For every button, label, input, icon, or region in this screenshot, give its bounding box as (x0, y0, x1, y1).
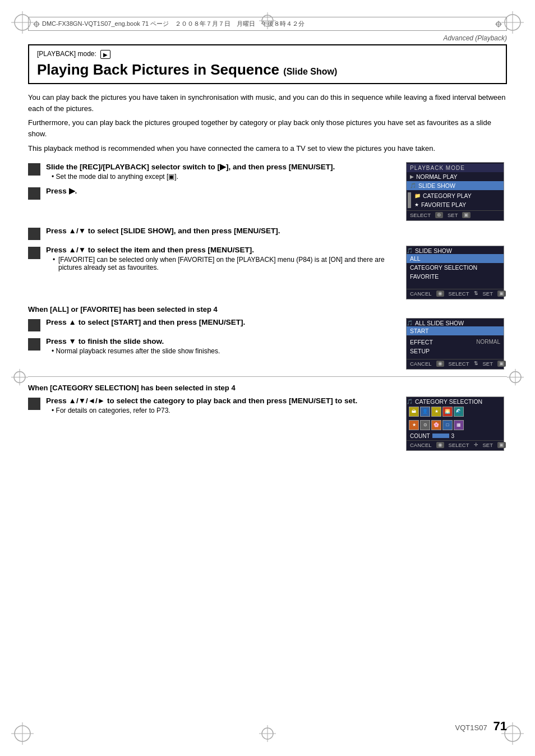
section-all-fav-heading: When [ALL] or [FAVORITE] has been select… (28, 305, 507, 314)
cat-icon-8: 🌸 (431, 420, 441, 430)
slide-show-menu-title: 🎵 SLIDE SHOW (407, 247, 504, 254)
menu-spacer (407, 281, 504, 289)
step-4-notes: [FAVORITE] can be selected only when [FA… (53, 256, 399, 271)
divider (28, 376, 507, 377)
page-outer: DMC-FX38GN-VQT1S07_eng.book 71 ページ ２００８年… (0, 0, 535, 756)
set-key3: ▣ (497, 361, 506, 367)
all-ss-bottom: CANCEL ◉ SELECT ⇅ SET ▣ (407, 359, 504, 368)
menu-category-item: CATEGORY SELECTION (407, 263, 504, 272)
step-start-main: Press ▲ to select [START] and then press… (28, 318, 399, 370)
page-number: 71 (494, 719, 507, 733)
ss-icon: 🎵 (407, 248, 413, 253)
section-cat-heading: When [CATEGORY SELECTION] has been selec… (28, 384, 507, 392)
menu-favorite-play: ★ FAVORITE PLAY (411, 200, 502, 209)
top-center-cross (259, 12, 276, 31)
cat-icon-4: 🌅 (442, 407, 453, 417)
count-bar (432, 434, 449, 438)
bottom-center-cross (259, 725, 276, 744)
arrow-updown: ⇅ (474, 291, 478, 297)
menu-favorite-item: FAVORITE (407, 272, 504, 281)
cat-bottom: CANCEL ◉ SELECT ✛ SET ▣ (407, 440, 504, 449)
step-1-icon (28, 163, 40, 176)
side-menu-items: 📁 CATEGORY PLAY ★ FAVORITE PLAY (411, 191, 502, 209)
title-box: [PLAYBACK] mode: ▶ Playing Back Pictures… (28, 44, 507, 84)
arrow-4way: ✛ (474, 442, 478, 448)
menu-category-screen: 🎵 CATEGORY SELECTION 🏔 👤 ★ 🌅 🌊 ★ ⊙ 🌸 (406, 397, 504, 451)
intro-text: You can play back the pictures you have … (28, 92, 507, 154)
step-cat-icon (28, 398, 40, 410)
playback-mode-icon: ▶ (100, 50, 110, 59)
cat-menu-icon: 🎵 (407, 399, 413, 404)
step-2-content: Press ▶. (46, 186, 399, 197)
cancel-key2: ◉ (436, 361, 444, 367)
step-start-block: Press ▲ to select [START] and then press… (28, 318, 507, 370)
step-start-content: Press ▲ to select [START] and then press… (46, 318, 399, 328)
step-4-inner: Press ▲/▼ to select the item and then pr… (28, 246, 399, 273)
cat-icon-3: ★ (431, 407, 441, 417)
step-1-main: Slide the [REC]/[PLAYBACK] selector swit… (28, 162, 399, 221)
menu-normal-play: ▶ NORMAL PLAY (407, 172, 504, 181)
content-area: DMC-FX38GN-VQT1S07_eng.book 71 ページ ２００８年… (28, 17, 507, 451)
arrow-updown2: ⇅ (474, 361, 478, 367)
page-title: Playing Back Pictures in Sequence (Slide… (37, 61, 498, 79)
menu-category-img: 🎵 CATEGORY SELECTION 🏔 👤 ★ 🌅 🌊 ★ ⊙ 🌸 (406, 397, 507, 451)
crosshair-small-icon (33, 21, 40, 27)
step-finish-content: Press ▼ to finish the slide show. Normal… (46, 337, 399, 355)
menu-playback-bottom: SELECT ⊕ SET ▣ (407, 210, 504, 219)
favorite-play-icon: ★ (414, 202, 419, 208)
step-finish-block: Press ▼ to finish the slide show. Normal… (28, 337, 399, 355)
step-start-icon (28, 319, 40, 331)
set-key4: ▣ (497, 442, 506, 448)
step-finish-icon (28, 338, 40, 351)
cat-menu-title: 🎵 CATEGORY SELECTION (407, 398, 504, 405)
set-key: ▣ (462, 212, 471, 218)
count-row: COUNT 3 (407, 432, 504, 440)
menu-all-item: ALL (407, 254, 504, 263)
cat-icon-7: ⊙ (420, 420, 430, 430)
cat-icon-1: 🏔 (409, 407, 419, 417)
step-cat-block: Press ▲/▼/◄/► to select the category to … (28, 397, 507, 451)
step-3-block: Press ▲/▼ to select [SLIDE SHOW], and th… (28, 227, 507, 240)
page-footer: VQT1S07 71 (455, 719, 507, 734)
step-1-content: Slide the [REC]/[PLAYBACK] selector swit… (46, 162, 399, 181)
set-key2: ▣ (497, 291, 506, 297)
setup-item: SETUP (407, 347, 504, 356)
mid-cross-right (507, 369, 524, 388)
all-ss-icon: 🎵 (407, 320, 413, 326)
menu-slide-show: 🎵 SLIDE SHOW ALL CATEGORY SELECTION FAVO… (406, 246, 504, 299)
slide-show-icon: 🎵 (410, 183, 416, 188)
step-4-content: Press ▲/▼ to select the item and then pr… (46, 246, 399, 273)
step-2-icon (28, 187, 40, 200)
category-play-icon: 📁 (414, 193, 421, 199)
category-icons-row1: 🏔 👤 ★ 🌅 🌊 (407, 405, 504, 418)
menu-category-play: 📁 CATEGORY PLAY (411, 191, 502, 200)
mode-line: [PLAYBACK] mode: ▶ (37, 50, 498, 59)
menu-slide-show-img: 🎵 SLIDE SHOW ALL CATEGORY SELECTION FAVO… (406, 246, 507, 299)
mid-cross-left (11, 369, 28, 388)
menu-all-slide-show: 🎵 ALL SLIDE SHOW START EFFECT NORMAL SET… (406, 318, 504, 370)
step-cat-main: Press ▲/▼/◄/► to select the category to … (28, 397, 399, 451)
step-1-block: Slide the [REC]/[PLAYBACK] selector swit… (28, 162, 507, 221)
effect-item: EFFECT NORMAL (407, 338, 504, 347)
cancel-key: ◉ (436, 291, 444, 297)
select-key: ⊕ (435, 212, 443, 218)
corner-mark-tl (11, 11, 34, 34)
all-ss-title: 🎵 ALL SLIDE SHOW (407, 320, 504, 326)
category-icons-row2: ★ ⊙ 🌸 □ ▦ (407, 418, 504, 432)
cat-icon-6: ★ (409, 420, 419, 430)
cat-icon-10: ▦ (454, 420, 464, 430)
step-cat-inner: Press ▲/▼/◄/► to select the category to … (28, 397, 399, 414)
corner-mark-tr (501, 11, 524, 34)
menu-all-slide-show-img: 🎵 ALL SLIDE SHOW START EFFECT NORMAL SET… (406, 318, 507, 370)
step-1-inner: Slide the [REC]/[PLAYBACK] selector swit… (28, 162, 399, 181)
cat-icon-2: 👤 (420, 407, 430, 417)
step-3-content: Press ▲/▼ to select [SLIDE SHOW], and th… (46, 227, 507, 237)
slide-show-bottom: CANCEL ◉ SELECT ⇅ SET ▣ (407, 289, 504, 298)
page-subtitle: Advanced (Playback) (28, 34, 507, 42)
step-start-inner: Press ▲ to select [START] and then press… (28, 318, 399, 331)
menu-playback-mode-img: PLAYBACK MODE ▶ NORMAL PLAY 🎵 SLIDE SHOW (406, 162, 507, 221)
step-3-icon (28, 228, 40, 240)
normal-play-icon: ▶ (410, 174, 414, 179)
step-2-block: Press ▶. (28, 186, 399, 200)
cat-icon-9: □ (442, 420, 453, 430)
